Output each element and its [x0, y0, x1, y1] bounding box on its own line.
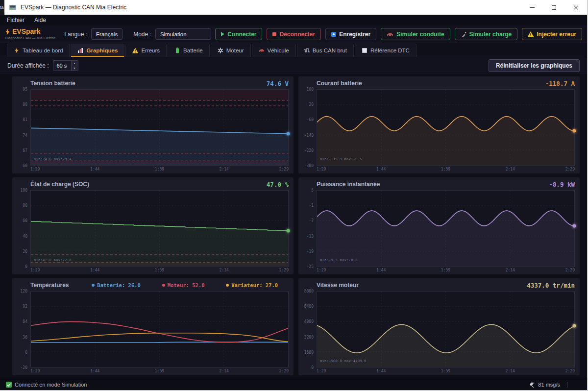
y-tick-label: 60	[23, 164, 27, 168]
y-tick-label: -1	[309, 203, 314, 208]
x-tick-label: 1:44	[90, 268, 99, 272]
maximize-button[interactable]	[543, 0, 565, 15]
x-axis: 1:291:441:592:142:29	[317, 267, 575, 273]
x-tick-label: 2:29	[565, 369, 575, 373]
y-tick-label: 8000	[304, 289, 314, 293]
check-icon	[6, 382, 12, 388]
close-icon	[573, 5, 579, 10]
x-tick-label: 2:14	[220, 268, 229, 272]
chart-plot: min:1500.0 max:4499.0	[317, 291, 575, 367]
legend-dot	[162, 284, 165, 287]
chart-value: -8.9 kW	[549, 181, 575, 188]
tab-label: Bus CAN brut	[313, 48, 347, 53]
close-button[interactable]	[565, 0, 587, 15]
tab-label: Tableau de bord	[23, 48, 63, 53]
y-tick-label: 0	[25, 265, 27, 269]
legend-dot	[92, 284, 95, 287]
y-tick-label: -19	[307, 249, 314, 253]
language-select[interactable]: Français	[91, 28, 122, 40]
menu-fichier[interactable]: Fichier	[2, 17, 29, 24]
duration-label: Durée affichée :	[7, 62, 49, 69]
tab-vehicule[interactable]: Véhicule	[252, 44, 296, 57]
duration-increment-button[interactable]: ▲	[72, 61, 78, 66]
simulate-drive-button-label: Simuler conduite	[396, 31, 444, 38]
chart-header: TempératuresBatterie: 26.0Moteur: 52.0Va…	[30, 281, 289, 289]
y-tick-label: 20	[309, 102, 314, 107]
tab-batterie[interactable]: Batterie	[168, 44, 210, 57]
toolbar-buttons: Connecter Déconnecter Enregistrer Simule…	[215, 28, 582, 40]
y-tick-label: 40	[23, 234, 27, 238]
y-tick-label: 6400	[304, 304, 314, 309]
record-button[interactable]: Enregistrer	[325, 28, 376, 40]
chart-plot-row: 10020-60-140-220-300min:-115.9 max:-0.5	[300, 89, 575, 166]
y-tick-label: 74	[23, 133, 27, 137]
x-tick-label: 2:29	[279, 268, 289, 272]
x-tick-label: 2:14	[506, 369, 515, 373]
inject-error-button-label: Injecter erreur	[537, 31, 576, 38]
duration-value[interactable]: 60 s	[53, 61, 71, 71]
legend-label: Variateur: 27.0	[231, 282, 278, 288]
tab-tableau-de-bord[interactable]: Tableau de bord	[7, 44, 70, 57]
simulate-charge-button[interactable]: Simuler charge	[455, 28, 518, 40]
warning-icon	[132, 48, 138, 53]
chart-minmax-annotation: min:1500.0 max:4499.0	[320, 359, 367, 363]
tab-erreurs[interactable]: Erreurs	[125, 44, 167, 57]
y-tick-label: 81	[23, 118, 27, 122]
x-tick-label: 2:29	[565, 167, 575, 171]
y-axis: 958881746760	[14, 89, 30, 166]
x-tick-label: 1:29	[30, 369, 40, 373]
tab-moteur[interactable]: Moteur	[211, 44, 251, 57]
record-button-label: Enregistrer	[339, 31, 370, 38]
disconnect-button[interactable]: Déconnecter	[267, 28, 321, 40]
chart-legend: Batterie: 26.0Moteur: 52.0Variateur: 27.…	[81, 282, 289, 288]
duration-decrement-button[interactable]: ▼	[72, 66, 78, 71]
chart-value: 4337.0 tr/min	[527, 282, 575, 289]
chart-plot-row: 1209264368-20	[14, 291, 289, 367]
reset-graphs-button[interactable]: Réinitialiser les graphiques	[489, 59, 580, 72]
connect-button[interactable]: Connecter	[215, 28, 262, 40]
tab-bar: Tableau de bord Graphiques Erreurs Batte…	[0, 43, 587, 57]
tab-bus-can-brut[interactable]: Bus CAN brut	[297, 44, 354, 57]
y-tick-label: -25	[307, 265, 314, 269]
minimize-button[interactable]	[521, 0, 543, 15]
y-tick-label: -300	[304, 164, 314, 168]
tab-graphiques[interactable]: Graphiques	[71, 44, 124, 57]
gear-icon	[218, 48, 223, 53]
x-axis: 1:291:441:592:142:29	[30, 166, 289, 172]
title-bar: ta EVSpark — Diagnostic CAN Mia Electric	[0, 0, 587, 15]
x-tick-label: 1:44	[376, 268, 386, 272]
x-axis: 1:291:441:592:142:29	[30, 367, 289, 374]
y-tick-label: 5	[311, 188, 314, 193]
y-tick-label: 120	[21, 289, 27, 293]
app-icon	[9, 3, 17, 11]
series-end-marker	[573, 224, 576, 227]
chart-plot-row: 800064004800320016000min:1500.0 max:4499…	[300, 291, 575, 367]
y-tick-label: 3200	[304, 335, 314, 339]
legend-dot	[226, 284, 229, 287]
wand-icon	[461, 31, 466, 37]
simulate-drive-button[interactable]: Simuler conduite	[381, 28, 450, 40]
y-tick-label: -20	[21, 366, 27, 370]
chart-plot: min:74.6 max:79.4	[30, 89, 289, 166]
menu-aide[interactable]: Aide	[29, 17, 51, 24]
x-tick-label: 2:29	[279, 369, 289, 373]
mode-input[interactable]: Simulation	[155, 28, 211, 40]
x-tick-label: 1:44	[376, 167, 386, 171]
app-window: ta EVSpark — Diagnostic CAN Mia Electric…	[0, 0, 588, 391]
chart-panel-etat-de-charge-soc: État de charge (SOC)47.0 %100806040200mi…	[12, 177, 294, 274]
legend-item: Moteur: 52.0	[162, 282, 205, 288]
x-tick-label: 1:59	[155, 268, 164, 272]
tab-label: Référence DTC	[370, 48, 410, 53]
y-tick-label: 100	[307, 87, 314, 92]
car-icon	[387, 32, 393, 37]
tab-reference-dtc[interactable]: Référence DTC	[355, 44, 416, 57]
duration-spinbox[interactable]: 60 s ▲ ▼	[53, 60, 78, 71]
inject-error-button[interactable]: Injecter erreur	[522, 28, 582, 40]
chart-panel-temperatures: TempératuresBatterie: 26.0Moteur: 52.0Va…	[12, 278, 294, 375]
y-tick-label: 20	[23, 249, 27, 253]
x-axis: 1:291:441:592:142:29	[317, 166, 575, 172]
x-tick-label: 1:29	[30, 167, 40, 171]
can-bus-icon	[304, 48, 310, 53]
y-tick-label: -13	[307, 234, 314, 238]
chart-title: Puissance instantanée	[317, 181, 380, 188]
